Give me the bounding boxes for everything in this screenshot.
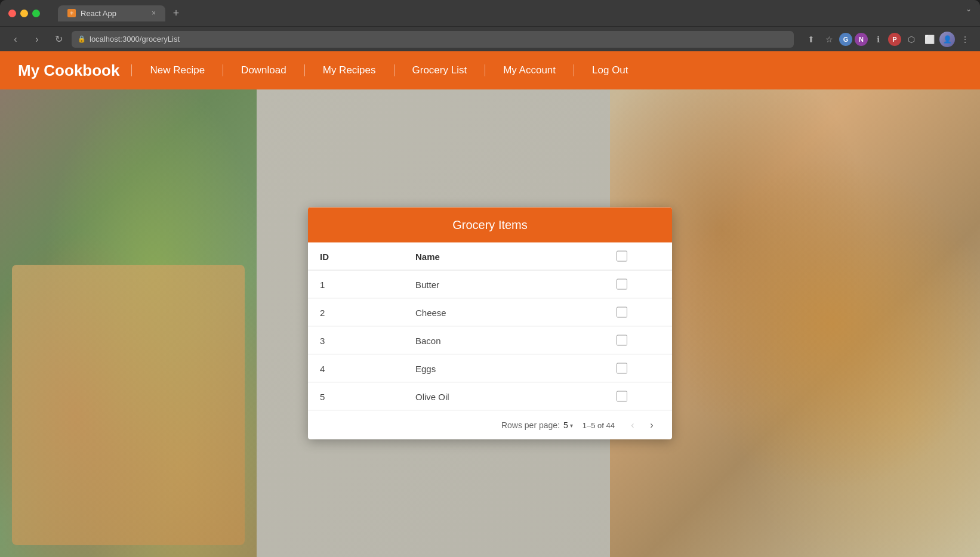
row-checkbox[interactable] — [617, 363, 627, 374]
tab-favicon: ⚛ — [67, 9, 76, 17]
back-icon: ‹ — [14, 34, 17, 45]
table-row: 4 Eggs — [308, 354, 672, 382]
share-icon[interactable]: ⬆ — [803, 32, 819, 47]
extensions-icon-2[interactable]: N — [855, 33, 868, 46]
cell-check[interactable] — [571, 270, 672, 298]
close-window-button[interactable] — [8, 10, 16, 17]
back-button[interactable]: ‹ — [7, 31, 24, 48]
lock-icon: 🔒 — [78, 35, 86, 43]
page-info: 1–5 of 44 — [583, 420, 615, 429]
address-bar[interactable]: 🔒 localhost:3000/groceryList — [72, 31, 794, 48]
browser-window: ⚛ React App × + ⌄ ‹ › ↻ 🔒 localhost:3000… — [0, 0, 980, 557]
cell-name: Olive Oil — [403, 382, 571, 410]
row-checkbox[interactable] — [617, 335, 627, 346]
page-nav: ‹ › — [624, 417, 660, 434]
cell-id: 1 — [308, 270, 403, 298]
row-checkbox[interactable] — [617, 307, 627, 318]
cell-check[interactable] — [571, 298, 672, 326]
grocery-card: Grocery Items ID Name — [308, 208, 672, 440]
cell-check[interactable] — [571, 354, 672, 382]
browser-content: My Cookbook New Recipe Download My Recip… — [0, 51, 980, 557]
grocery-card-title: Grocery Items — [308, 208, 672, 243]
col-header-name: Name — [403, 243, 571, 271]
grocery-table: ID Name 1 Butter — [308, 243, 672, 410]
reload-icon: ↻ — [55, 33, 63, 45]
maximize-window-button[interactable] — [32, 10, 40, 17]
new-tab-button[interactable]: + — [168, 5, 184, 21]
app-navbar: My Cookbook New Recipe Download My Recip… — [0, 51, 980, 89]
table-row: 5 Olive Oil — [308, 382, 672, 410]
nav-download[interactable]: Download — [223, 64, 304, 76]
prev-page-button[interactable]: ‹ — [624, 417, 641, 434]
nav-links: New Recipe Download My Recipes Grocery L… — [131, 64, 962, 76]
tab-bar: ⚛ React App × + — [58, 5, 972, 21]
cell-check[interactable] — [571, 382, 672, 410]
window-icon[interactable]: ⬜ — [922, 32, 937, 47]
cell-name: Eggs — [403, 354, 571, 382]
row-checkbox[interactable] — [617, 279, 627, 290]
cell-id: 2 — [308, 298, 403, 326]
traffic-lights — [8, 10, 40, 17]
cell-name: Butter — [403, 270, 571, 298]
browser-toolbar: ‹ › ↻ 🔒 localhost:3000/groceryList ⬆ ☆ G… — [0, 26, 980, 51]
row-checkbox[interactable] — [617, 391, 627, 402]
nav-my-recipes[interactable]: My Recipes — [304, 64, 394, 76]
tab-title: React App — [81, 9, 116, 18]
toolbar-icons: ⬆ ☆ G N ℹ P ⬡ ⬜ 👤 ⋮ — [803, 32, 973, 47]
browser-titlebar: ⚛ React App × + ⌄ — [0, 0, 980, 26]
forward-icon: › — [35, 34, 38, 45]
rows-per-page-value: 5 — [563, 420, 568, 430]
minimize-window-button[interactable] — [20, 10, 28, 17]
browser-tab[interactable]: ⚛ React App × — [58, 5, 165, 21]
table-row: 2 Cheese — [308, 298, 672, 326]
header-checkbox[interactable] — [617, 251, 627, 262]
cell-check[interactable] — [571, 326, 672, 354]
food-image-left — [0, 89, 257, 557]
table-row: 3 Bacon — [308, 326, 672, 354]
extensions-icon-3[interactable]: P — [888, 33, 901, 46]
reload-button[interactable]: ↻ — [50, 31, 67, 48]
table-footer: Rows per page: 5 ▾ 1–5 of 44 ‹ › — [308, 410, 672, 440]
chevron-down-icon: ▾ — [570, 422, 573, 428]
app-brand[interactable]: My Cookbook — [18, 61, 119, 80]
cell-name: Cheese — [403, 298, 571, 326]
tab-close-button[interactable]: × — [152, 9, 156, 17]
nav-my-account[interactable]: My Account — [485, 64, 574, 76]
nav-log-out[interactable]: Log Out — [574, 64, 646, 76]
forward-button[interactable]: › — [29, 31, 45, 48]
rows-per-page-label: Rows per page: — [501, 420, 560, 430]
chrome-menu-icon[interactable]: ⌄ — [966, 5, 972, 13]
nav-grocery-list[interactable]: Grocery List — [394, 64, 485, 76]
extensions-icon-1[interactable]: G — [839, 33, 852, 46]
rows-per-page-control: Rows per page: 5 ▾ — [501, 420, 573, 430]
cell-name: Bacon — [403, 326, 571, 354]
nav-new-recipe[interactable]: New Recipe — [131, 64, 223, 76]
col-header-id: ID — [308, 243, 403, 271]
chrome-menu-dots[interactable]: ⋮ — [957, 32, 973, 47]
table-row: 1 Butter — [308, 270, 672, 298]
puzzle-icon[interactable]: ⬡ — [904, 32, 919, 47]
url-text: localhost:3000/groceryList — [90, 35, 180, 44]
col-header-check — [571, 243, 672, 271]
rows-per-page-select[interactable]: 5 ▾ — [563, 420, 573, 430]
main-content: Grocery Items ID Name — [0, 89, 980, 557]
cell-id: 5 — [308, 382, 403, 410]
cell-id: 3 — [308, 326, 403, 354]
bookmark-icon[interactable]: ☆ — [821, 32, 837, 47]
next-page-button[interactable]: › — [643, 417, 660, 434]
info-icon[interactable]: ℹ — [870, 32, 886, 47]
cell-id: 4 — [308, 354, 403, 382]
avatar[interactable]: 👤 — [939, 32, 955, 47]
